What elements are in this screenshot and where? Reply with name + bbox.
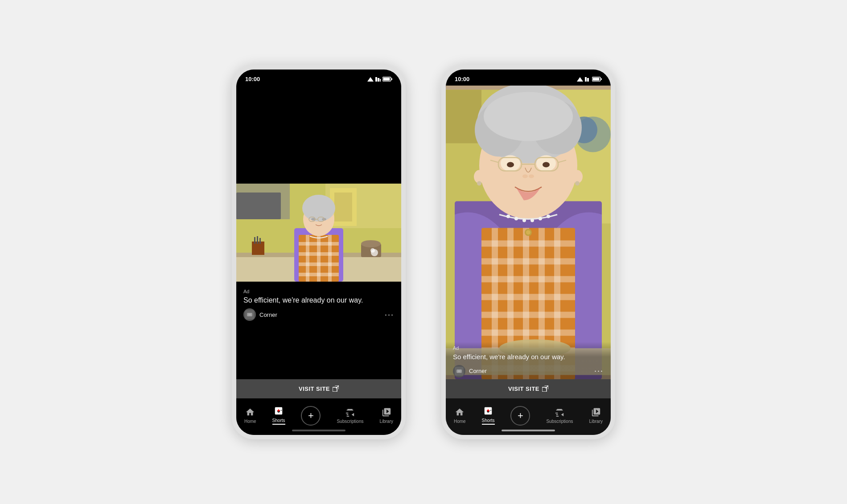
nav-subscriptions-2[interactable]: Subscriptions xyxy=(546,407,573,424)
svg-rect-3 xyxy=(380,79,381,82)
svg-marker-0 xyxy=(367,77,374,82)
phone-2: 10:00 xyxy=(441,65,615,439)
svg-rect-47 xyxy=(587,78,589,82)
nav-add-2[interactable]: + xyxy=(510,406,530,426)
svg-point-86 xyxy=(522,174,528,178)
svg-rect-46 xyxy=(585,77,587,82)
svg-rect-16 xyxy=(254,237,255,244)
nav-library-2[interactable]: Library xyxy=(589,407,603,424)
channel-name-1: Corner xyxy=(259,311,381,318)
battery-icon-2 xyxy=(592,77,602,82)
nav-subs-label-2: Subscriptions xyxy=(546,419,573,424)
svg-point-93 xyxy=(514,217,518,220)
nav-home-label-1: Home xyxy=(244,419,256,424)
channel-icon-1 xyxy=(243,308,256,321)
nav-shorts-1[interactable]: Shorts xyxy=(272,406,285,425)
more-options-2[interactable]: ··· xyxy=(594,366,604,376)
external-link-icon-2 xyxy=(542,385,548,392)
video-black-bottom-1: Ad So efficient, we're already on our wa… xyxy=(236,282,401,379)
ad-text-1: So efficient, we're already on our way. xyxy=(243,296,394,305)
svg-rect-9 xyxy=(236,193,281,219)
nav-home-label-2: Home xyxy=(454,419,466,424)
svg-point-87 xyxy=(529,174,534,178)
visit-site-button-1[interactable]: VISIT SITE xyxy=(236,379,401,398)
status-time-2: 10:00 xyxy=(455,76,469,82)
svg-point-99 xyxy=(526,230,530,234)
svg-point-76 xyxy=(484,92,573,141)
video-area-1: Ad So efficient, we're already on our wa… xyxy=(236,86,401,379)
svg-marker-45 xyxy=(577,77,583,82)
svg-point-38 xyxy=(361,240,381,247)
nav-library-1[interactable]: Library xyxy=(379,407,393,424)
library-icon-1 xyxy=(382,407,391,417)
battery-icon-1 xyxy=(382,77,392,82)
svg-point-40 xyxy=(370,248,375,253)
ad-overlay-1: Ad So efficient, we're already on our wa… xyxy=(236,282,401,321)
ad-channel-1: Corner ··· xyxy=(243,308,394,321)
svg-rect-12 xyxy=(334,193,352,221)
svg-rect-18 xyxy=(259,238,261,244)
nav-home-2[interactable]: Home xyxy=(454,407,466,424)
svg-point-90 xyxy=(477,181,481,185)
svg-point-92 xyxy=(506,214,510,218)
phone-1-body: 10:00 xyxy=(232,65,406,439)
visit-site-label-1: VISIT SITE xyxy=(299,385,330,392)
bottom-nav-2: Home Shorts + Subscriptions xyxy=(446,398,611,435)
more-options-1[interactable]: ··· xyxy=(385,310,394,320)
kitchen-closeup-2 xyxy=(446,86,611,379)
svg-rect-49 xyxy=(601,78,602,80)
nav-library-label-1: Library xyxy=(379,419,393,424)
svg-point-91 xyxy=(575,181,580,185)
subscriptions-icon-1 xyxy=(345,407,355,417)
status-bar-2: 10:00 xyxy=(446,70,611,86)
phone-2-body: 10:00 xyxy=(441,65,615,439)
nav-subs-label-1: Subscriptions xyxy=(337,419,363,424)
video-thumbnail-1 xyxy=(236,184,401,282)
channel-icon-2 xyxy=(453,365,465,377)
library-icon-2 xyxy=(591,407,601,417)
status-icons-1 xyxy=(367,77,392,82)
shorts-icon-2 xyxy=(483,406,493,416)
ad-text-2: So efficient, we're already on our way. xyxy=(453,352,604,361)
svg-point-96 xyxy=(539,217,542,220)
svg-point-94 xyxy=(522,218,526,222)
signal-icon-1 xyxy=(367,77,374,82)
svg-rect-5 xyxy=(391,78,392,80)
phone-1: 10:00 xyxy=(232,65,406,439)
svg-rect-1 xyxy=(375,77,377,82)
ad-overlay-2: Ad So efficient, we're already on our wa… xyxy=(446,342,611,379)
svg-point-80 xyxy=(543,162,550,167)
home-icon-1 xyxy=(245,407,255,417)
wifi-icon-1 xyxy=(375,77,381,82)
nav-library-label-2: Library xyxy=(589,419,603,424)
nav-add-1[interactable]: + xyxy=(301,406,321,426)
svg-point-95 xyxy=(530,218,534,222)
nav-shorts-2[interactable]: Shorts xyxy=(482,406,495,425)
channel-logo-2 xyxy=(455,367,464,376)
svg-rect-2 xyxy=(378,78,379,82)
svg-rect-43 xyxy=(248,314,251,316)
svg-rect-17 xyxy=(257,236,258,244)
ad-label-1: Ad xyxy=(243,289,394,294)
svg-point-97 xyxy=(547,214,550,218)
svg-point-79 xyxy=(507,162,514,167)
nav-subscriptions-1[interactable]: Subscriptions xyxy=(337,407,363,424)
kitchen-scene-1 xyxy=(236,184,401,282)
ad-channel-2: Corner ··· xyxy=(453,365,604,377)
visit-site-label-2: VISIT SITE xyxy=(508,385,539,392)
nav-add-label-2: + xyxy=(518,410,523,422)
nav-add-label-1: + xyxy=(308,410,314,422)
status-icons-2 xyxy=(577,77,602,82)
nav-shorts-label-2: Shorts xyxy=(482,418,495,423)
ad-label-2: Ad xyxy=(453,345,604,351)
channel-name-2: Corner xyxy=(469,368,591,374)
subscriptions-icon-2 xyxy=(555,407,564,417)
nav-home-1[interactable]: Home xyxy=(244,407,256,424)
home-icon-2 xyxy=(455,407,465,417)
video-full-2: Ad So efficient, we're already on our wa… xyxy=(446,86,611,379)
svg-rect-104 xyxy=(458,370,461,372)
video-black-top-1 xyxy=(236,86,401,184)
svg-rect-50 xyxy=(593,78,600,81)
bottom-nav-1: Home Shorts + Subscriptions xyxy=(236,398,401,435)
visit-site-button-2[interactable]: VISIT SITE xyxy=(446,379,611,398)
